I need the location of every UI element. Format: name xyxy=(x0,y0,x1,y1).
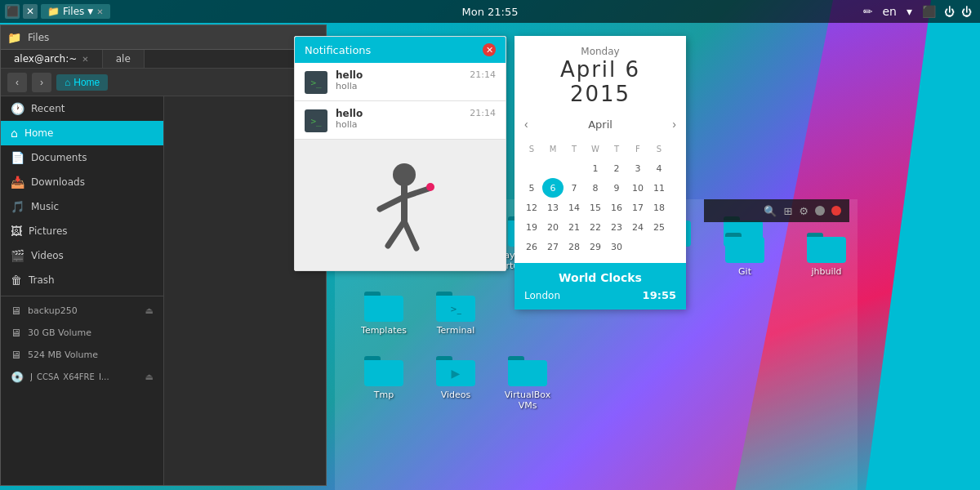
folder-icon-terminal: >_ xyxy=(436,287,475,322)
language-selector[interactable]: en xyxy=(880,3,898,20)
app-item-videos[interactable]: ▶ Videos xyxy=(423,347,488,416)
cal-day-8[interactable]: 8 xyxy=(585,178,606,198)
edit-icon[interactable]: ✏ xyxy=(862,3,875,20)
power-icon[interactable]: ⏻ xyxy=(944,6,955,18)
taskbar-close-icon[interactable]: ✕ xyxy=(23,4,38,19)
app-item-templates[interactable]: Templates xyxy=(351,283,416,341)
close-button-red[interactable] xyxy=(831,206,841,216)
cal-week-5: 26 27 28 29 30 xyxy=(521,237,679,256)
cal-day-23[interactable]: 23 xyxy=(606,217,627,237)
shutdown-icon[interactable]: ⏻ xyxy=(961,6,972,18)
sidebar-item-documents[interactable]: 📄 Documents xyxy=(1,145,163,170)
folder-emblem-videos: ▶ xyxy=(452,367,461,380)
fm-home-button[interactable]: ⌂ Home xyxy=(56,74,108,91)
app-item-jhbuild[interactable]: jhbuild xyxy=(794,224,859,282)
cal-day-w1-2[interactable] xyxy=(564,158,585,178)
cal-day-12[interactable]: 12 xyxy=(521,198,542,217)
cal-day-w1-1[interactable] xyxy=(542,158,564,178)
app-label-virtualbox: VirtualBox VMs xyxy=(500,390,555,411)
cal-day-9[interactable]: 9 xyxy=(606,178,627,198)
taskbar: ⬛ ✕ 📁 Files ▼ ✕ Mon 21:55 ✏ en ▾ ⬛ ⏻ ⏻ xyxy=(0,0,980,23)
sidebar-item-downloads[interactable]: 📥 Downloads xyxy=(1,170,163,194)
cal-day-25[interactable]: 25 xyxy=(648,217,670,237)
taskbar-menu-icon[interactable]: ⬛ xyxy=(5,4,20,19)
cal-header-w: W xyxy=(585,139,606,158)
cal-day-1[interactable]: 1 xyxy=(585,158,606,178)
app-item-terminal[interactable]: >_ Terminal xyxy=(423,283,488,341)
cal-day-29[interactable]: 29 xyxy=(585,237,606,256)
notif-sub-2: holla xyxy=(336,119,461,130)
taskbar-tab-close[interactable]: ✕ xyxy=(96,7,103,16)
settings-icon[interactable]: ⚙ xyxy=(799,205,808,217)
voodoo-figure xyxy=(363,152,437,258)
cal-day-24[interactable]: 24 xyxy=(627,217,648,237)
cal-day-w1-0[interactable] xyxy=(521,158,542,178)
taskbar-files-button[interactable]: 📁 Files ▼ ✕ xyxy=(41,4,110,19)
sidebar-item-music[interactable]: 🎵 Music xyxy=(1,194,163,219)
app-item-git[interactable]: Git xyxy=(712,224,777,282)
cal-day-27[interactable]: 27 xyxy=(542,237,564,256)
cal-day-17[interactable]: 17 xyxy=(627,198,648,217)
cal-day-7[interactable]: 7 xyxy=(564,178,585,198)
cal-day-2[interactable]: 2 xyxy=(606,158,627,178)
cal-day-28[interactable]: 28 xyxy=(564,237,585,256)
sidebar-item-trash[interactable]: 🗑 Trash xyxy=(1,268,163,292)
sidebar-device-backup250[interactable]: 🖥 backup250 ⏏ xyxy=(1,300,163,322)
cal-week-4: 19 20 21 22 23 24 25 xyxy=(521,217,679,237)
grid-view-icon[interactable]: ⊞ xyxy=(783,205,792,217)
cal-header-t2: T xyxy=(606,139,627,158)
sidebar-device-524mb[interactable]: 🖥 524 MB Volume xyxy=(1,344,163,366)
eject-jccsa[interactable]: ⏏ xyxy=(145,372,154,382)
minimize-button[interactable] xyxy=(815,206,825,216)
cal-day-22[interactable]: 22 xyxy=(585,217,606,237)
top-right-apps: Git jhbuild xyxy=(704,216,867,290)
search-icon[interactable]: 🔍 xyxy=(764,205,777,217)
cal-day-21[interactable]: 21 xyxy=(564,217,585,237)
folder-body-tmp xyxy=(364,360,403,386)
notif-header: Notifications ✕ xyxy=(295,37,506,63)
cal-day-15[interactable]: 15 xyxy=(585,198,606,217)
taskbar-right: ✏ en ▾ ⬛ ⏻ ⏻ xyxy=(853,3,980,20)
cal-day-13[interactable]: 13 xyxy=(542,198,564,217)
notifications-panel: Notifications ✕ >_ hello holla 21:14 >_ … xyxy=(294,36,506,271)
cal-day-e1[interactable] xyxy=(627,237,648,256)
fm-tab-1[interactable]: alex@arch:~ ✕ xyxy=(1,50,103,68)
cal-day-14[interactable]: 14 xyxy=(564,198,585,217)
app-item-tmp[interactable]: Tmp xyxy=(351,347,416,416)
cal-day-4[interactable]: 4 xyxy=(648,158,670,178)
cal-day-5[interactable]: 5 xyxy=(521,178,542,198)
cal-day-18[interactable]: 18 xyxy=(648,198,670,217)
cal-day-3[interactable]: 3 xyxy=(627,158,648,178)
cal-day-10[interactable]: 10 xyxy=(627,178,648,198)
sidebar-item-pictures[interactable]: 🖼 Pictures xyxy=(1,219,163,243)
app-label-jhbuild: jhbuild xyxy=(811,266,841,277)
notif-item-2[interactable]: >_ hello holla 21:14 xyxy=(295,101,506,140)
cal-date: April 6 2015 xyxy=(528,57,673,106)
fm-tab-2[interactable]: ale xyxy=(103,50,145,68)
cal-next-button[interactable]: › xyxy=(669,116,679,132)
fm-tab-1-close[interactable]: ✕ xyxy=(82,55,88,64)
eject-backup250[interactable]: ⏏ xyxy=(145,305,154,316)
fm-forward-button[interactable]: › xyxy=(32,73,51,92)
cal-day-30[interactable]: 30 xyxy=(606,237,627,256)
cal-day-6-today[interactable]: 6 xyxy=(542,178,564,198)
sidebar-item-videos[interactable]: 🎬 Videos xyxy=(1,243,163,268)
folder-emblem-terminal: >_ xyxy=(450,305,461,314)
sidebar-device-jccsa[interactable]: 💿 J_CCSA_X64FRE_IT-IT_DV5 ⏏ xyxy=(1,366,163,388)
cal-header-f: F xyxy=(627,139,648,158)
cal-day-16[interactable]: 16 xyxy=(606,198,627,217)
cal-day-11[interactable]: 11 xyxy=(648,178,670,198)
cal-day-26[interactable]: 26 xyxy=(521,237,542,256)
monitor-icon[interactable]: ⬛ xyxy=(920,3,938,20)
notif-item-1[interactable]: >_ hello holla 21:14 xyxy=(295,63,506,101)
cal-day-e2[interactable] xyxy=(648,237,670,256)
notif-close-button[interactable]: ✕ xyxy=(483,43,496,56)
sidebar-item-recent[interactable]: 🕐 Recent xyxy=(1,96,163,121)
sidebar-device-30gb[interactable]: 🖥 30 GB Volume xyxy=(1,322,163,344)
cal-day-20[interactable]: 20 xyxy=(542,217,564,237)
cal-prev-button[interactable]: ‹ xyxy=(521,116,532,132)
sidebar-item-home[interactable]: ⌂ Home xyxy=(1,121,163,145)
cal-day-19[interactable]: 19 xyxy=(521,217,542,237)
app-item-virtualbox[interactable]: VirtualBox VMs xyxy=(495,347,560,416)
fm-back-button[interactable]: ‹ xyxy=(7,73,27,92)
